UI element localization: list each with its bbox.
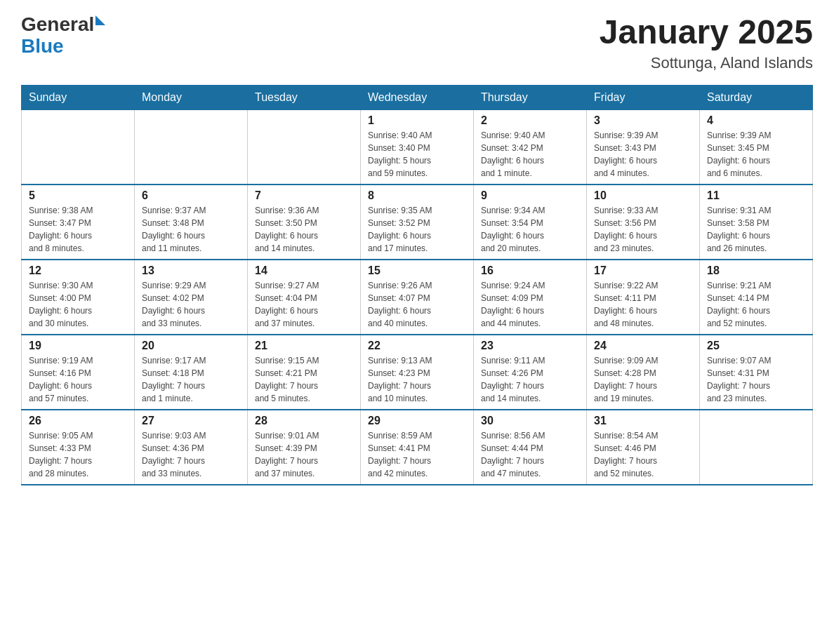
calendar-cell: 11Sunrise: 9:31 AM Sunset: 3:58 PM Dayli… — [700, 185, 813, 260]
day-number: 18 — [707, 264, 805, 277]
day-number: 1 — [368, 114, 466, 127]
day-number: 11 — [707, 189, 805, 202]
day-info: Sunrise: 8:56 AM Sunset: 4:44 PM Dayligh… — [481, 429, 579, 480]
day-number: 22 — [368, 340, 466, 352]
day-number: 10 — [594, 189, 692, 202]
page-header: General Blue January 2025 Sottunga, Alan… — [21, 14, 813, 72]
day-info: Sunrise: 9:30 AM Sunset: 4:00 PM Dayligh… — [29, 279, 127, 330]
day-number: 31 — [594, 415, 692, 427]
day-number: 26 — [29, 415, 127, 427]
day-number: 23 — [481, 340, 579, 352]
day-info: Sunrise: 9:13 AM Sunset: 4:23 PM Dayligh… — [368, 354, 466, 405]
calendar-cell — [700, 410, 813, 485]
calendar-cell: 6Sunrise: 9:37 AM Sunset: 3:48 PM Daylig… — [135, 185, 248, 260]
calendar-cell: 26Sunrise: 9:05 AM Sunset: 4:33 PM Dayli… — [22, 410, 135, 485]
calendar-cell: 28Sunrise: 9:01 AM Sunset: 4:39 PM Dayli… — [248, 410, 361, 485]
day-number: 27 — [142, 415, 240, 427]
calendar-table: SundayMondayTuesdayWednesdayThursdayFrid… — [21, 85, 813, 485]
calendar-cell: 5Sunrise: 9:38 AM Sunset: 3:47 PM Daylig… — [22, 185, 135, 260]
calendar-cell: 10Sunrise: 9:33 AM Sunset: 3:56 PM Dayli… — [587, 185, 700, 260]
day-info: Sunrise: 9:29 AM Sunset: 4:02 PM Dayligh… — [142, 279, 240, 330]
day-number: 2 — [481, 114, 579, 127]
day-info: Sunrise: 9:05 AM Sunset: 4:33 PM Dayligh… — [29, 429, 127, 480]
day-info: Sunrise: 8:59 AM Sunset: 4:41 PM Dayligh… — [368, 429, 466, 480]
month-year-title: January 2025 — [600, 14, 813, 51]
day-info: Sunrise: 9:37 AM Sunset: 3:48 PM Dayligh… — [142, 204, 240, 255]
column-header-saturday: Saturday — [700, 85, 813, 109]
calendar-cell: 1Sunrise: 9:40 AM Sunset: 3:40 PM Daylig… — [361, 109, 474, 185]
day-info: Sunrise: 9:21 AM Sunset: 4:14 PM Dayligh… — [707, 279, 805, 330]
day-number: 8 — [368, 189, 466, 202]
calendar-cell: 23Sunrise: 9:11 AM Sunset: 4:26 PM Dayli… — [474, 335, 587, 410]
day-number: 4 — [707, 114, 805, 127]
calendar-cell: 14Sunrise: 9:27 AM Sunset: 4:04 PM Dayli… — [248, 260, 361, 335]
day-info: Sunrise: 9:39 AM Sunset: 3:45 PM Dayligh… — [707, 129, 805, 180]
day-info: Sunrise: 9:17 AM Sunset: 4:18 PM Dayligh… — [142, 354, 240, 405]
day-number: 7 — [255, 189, 353, 202]
column-header-monday: Monday — [135, 85, 248, 109]
calendar-cell: 7Sunrise: 9:36 AM Sunset: 3:50 PM Daylig… — [248, 185, 361, 260]
logo-blue-text: Blue — [21, 35, 64, 57]
day-info: Sunrise: 9:01 AM Sunset: 4:39 PM Dayligh… — [255, 429, 353, 480]
calendar-week-row: 12Sunrise: 9:30 AM Sunset: 4:00 PM Dayli… — [22, 260, 813, 335]
day-number: 15 — [368, 264, 466, 277]
calendar-cell: 24Sunrise: 9:09 AM Sunset: 4:28 PM Dayli… — [587, 335, 700, 410]
calendar-header-row: SundayMondayTuesdayWednesdayThursdayFrid… — [22, 85, 813, 109]
day-info: Sunrise: 9:22 AM Sunset: 4:11 PM Dayligh… — [594, 279, 692, 330]
calendar-cell: 2Sunrise: 9:40 AM Sunset: 3:42 PM Daylig… — [474, 109, 587, 185]
day-number: 29 — [368, 415, 466, 427]
day-info: Sunrise: 9:03 AM Sunset: 4:36 PM Dayligh… — [142, 429, 240, 480]
logo: General Blue — [21, 14, 105, 58]
day-info: Sunrise: 9:33 AM Sunset: 3:56 PM Dayligh… — [594, 204, 692, 255]
day-number: 6 — [142, 189, 240, 202]
column-header-wednesday: Wednesday — [361, 85, 474, 109]
day-info: Sunrise: 8:54 AM Sunset: 4:46 PM Dayligh… — [594, 429, 692, 480]
calendar-cell: 15Sunrise: 9:26 AM Sunset: 4:07 PM Dayli… — [361, 260, 474, 335]
day-info: Sunrise: 9:26 AM Sunset: 4:07 PM Dayligh… — [368, 279, 466, 330]
day-info: Sunrise: 9:11 AM Sunset: 4:26 PM Dayligh… — [481, 354, 579, 405]
column-header-thursday: Thursday — [474, 85, 587, 109]
day-number: 25 — [707, 340, 805, 352]
day-info: Sunrise: 9:15 AM Sunset: 4:21 PM Dayligh… — [255, 354, 353, 405]
calendar-cell: 13Sunrise: 9:29 AM Sunset: 4:02 PM Dayli… — [135, 260, 248, 335]
column-header-tuesday: Tuesday — [248, 85, 361, 109]
calendar-week-row: 19Sunrise: 9:19 AM Sunset: 4:16 PM Dayli… — [22, 335, 813, 410]
logo-triangle-icon — [95, 15, 105, 25]
day-number: 5 — [29, 189, 127, 202]
day-info: Sunrise: 9:24 AM Sunset: 4:09 PM Dayligh… — [481, 279, 579, 330]
day-number: 24 — [594, 340, 692, 352]
calendar-cell — [22, 109, 135, 185]
calendar-cell: 27Sunrise: 9:03 AM Sunset: 4:36 PM Dayli… — [135, 410, 248, 485]
day-number: 28 — [255, 415, 353, 427]
calendar-cell: 29Sunrise: 8:59 AM Sunset: 4:41 PM Dayli… — [361, 410, 474, 485]
day-number: 12 — [29, 264, 127, 277]
day-info: Sunrise: 9:39 AM Sunset: 3:43 PM Dayligh… — [594, 129, 692, 180]
day-info: Sunrise: 9:07 AM Sunset: 4:31 PM Dayligh… — [707, 354, 805, 405]
day-number: 3 — [594, 114, 692, 127]
calendar-cell: 25Sunrise: 9:07 AM Sunset: 4:31 PM Dayli… — [700, 335, 813, 410]
day-number: 9 — [481, 189, 579, 202]
day-info: Sunrise: 9:35 AM Sunset: 3:52 PM Dayligh… — [368, 204, 466, 255]
calendar-cell: 21Sunrise: 9:15 AM Sunset: 4:21 PM Dayli… — [248, 335, 361, 410]
logo-general-text: General — [21, 14, 94, 36]
day-info: Sunrise: 9:40 AM Sunset: 3:42 PM Dayligh… — [481, 129, 579, 180]
day-number: 21 — [255, 340, 353, 352]
title-block: January 2025 Sottunga, Aland Islands — [600, 14, 813, 72]
calendar-cell: 9Sunrise: 9:34 AM Sunset: 3:54 PM Daylig… — [474, 185, 587, 260]
day-info: Sunrise: 9:31 AM Sunset: 3:58 PM Dayligh… — [707, 204, 805, 255]
day-info: Sunrise: 9:38 AM Sunset: 3:47 PM Dayligh… — [29, 204, 127, 255]
calendar-cell: 22Sunrise: 9:13 AM Sunset: 4:23 PM Dayli… — [361, 335, 474, 410]
location-subtitle: Sottunga, Aland Islands — [600, 54, 813, 72]
day-info: Sunrise: 9:09 AM Sunset: 4:28 PM Dayligh… — [594, 354, 692, 405]
day-info: Sunrise: 9:34 AM Sunset: 3:54 PM Dayligh… — [481, 204, 579, 255]
calendar-cell: 30Sunrise: 8:56 AM Sunset: 4:44 PM Dayli… — [474, 410, 587, 485]
calendar-week-row: 1Sunrise: 9:40 AM Sunset: 3:40 PM Daylig… — [22, 109, 813, 185]
day-info: Sunrise: 9:19 AM Sunset: 4:16 PM Dayligh… — [29, 354, 127, 405]
day-number: 13 — [142, 264, 240, 277]
calendar-cell: 16Sunrise: 9:24 AM Sunset: 4:09 PM Dayli… — [474, 260, 587, 335]
calendar-cell — [135, 109, 248, 185]
calendar-cell: 17Sunrise: 9:22 AM Sunset: 4:11 PM Dayli… — [587, 260, 700, 335]
column-header-friday: Friday — [587, 85, 700, 109]
calendar-cell — [248, 109, 361, 185]
calendar-week-row: 5Sunrise: 9:38 AM Sunset: 3:47 PM Daylig… — [22, 185, 813, 260]
